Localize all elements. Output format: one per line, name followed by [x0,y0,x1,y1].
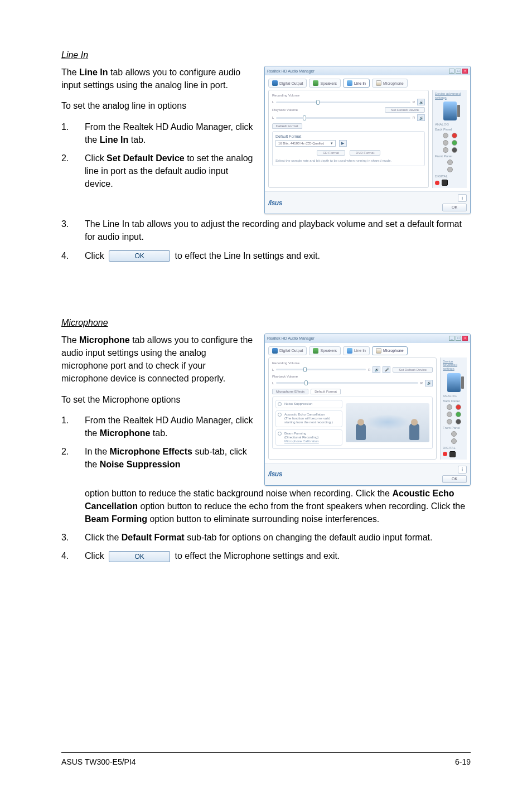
noise-suppression-option[interactable]: Noise Suppression [275,400,342,408]
tab-line-in[interactable]: Line In [343,346,370,355]
screenshot-ok-button[interactable]: OK [442,475,467,483]
port-icon[interactable] [456,404,461,410]
maximize-icon[interactable]: □ [456,336,461,341]
line-in-subhead: To set the analog line in options [61,99,254,112]
play-test-icon[interactable]: ▶ [339,140,347,147]
text: Click the [85,533,122,542]
port-icon[interactable] [447,404,452,410]
close-icon[interactable]: × [462,69,468,74]
spdif-port-icon[interactable] [449,451,456,457]
playback-volume-label: Playback Volume [272,108,298,112]
text: Click [85,551,107,561]
mute-playback-icon[interactable]: 🔊 [425,380,433,386]
analog-label: ANALOG [443,394,465,398]
format-combo[interactable]: 16 Bits, 44100 Hz (CD Quality)▾ [275,140,336,147]
recording-volume-label: Recording Volume [272,94,299,97]
recording-volume-row: Recording Volume [272,94,425,97]
text: The Line In tab allows you to adjust the… [85,219,462,241]
acoustic-echo-cancellation-option[interactable]: Acoustic Echo Cancellation (The function… [275,410,342,427]
tab-label: Microphone [383,349,404,352]
mute-recording-icon[interactable]: 🔊 [417,99,425,105]
port-icon[interactable] [452,147,457,153]
radio-icon [278,402,282,406]
ok-button[interactable]: OK [109,551,170,562]
cd-format-button[interactable]: CD Format [317,150,345,156]
ok-button[interactable]: OK [109,250,170,262]
option-sub: (Directional Recording) [284,436,340,439]
mute-playback-icon[interactable]: 🔊 [417,114,425,121]
text-bold: Line In [100,135,129,144]
asus-logo: /isus [268,470,282,478]
port-icon[interactable] [451,431,457,437]
device-tabs: Digital Output Speakers Line In Micropho… [268,79,467,88]
asus-logo: /isus [268,199,282,207]
text: sub-tab for options on changing the defa… [185,533,433,542]
info-icon[interactable]: i [458,466,467,474]
maximize-icon[interactable]: □ [456,69,461,74]
default-format-panel: Default Format 16 Bits, 44100 Hz (CD Qua… [272,131,425,166]
recording-volume-slider[interactable] [276,369,366,370]
text: option button to reduce the echo from th… [138,501,465,511]
dvd-format-button[interactable]: DVD Format [350,150,380,156]
tab-speakers[interactable]: Speakers [309,346,341,355]
mic-boost-icon[interactable]: 🎤 [383,366,390,373]
port-icon[interactable] [451,438,457,444]
port-icon[interactable] [443,133,448,138]
playback-volume-slider[interactable] [276,117,410,119]
tab-speakers[interactable]: Speakers [309,79,341,88]
speakers-icon [313,348,318,354]
port-icon[interactable] [452,140,457,146]
beam-forming-option[interactable]: Beam Forming (Directional Recording) Mic… [275,429,342,446]
mute-recording-icon[interactable]: 🔊 [373,366,380,373]
page-footer: ASUS TW300-E5/PI4 6-19 [61,752,471,766]
connector-panel: Device advanced settings ANALOG Back Pan… [432,90,467,188]
port-icon[interactable] [447,167,453,172]
screenshot-ok-button[interactable]: OK [442,204,467,211]
text: option button to eliminate surrounding n… [147,514,379,524]
minimize-icon[interactable]: _ [449,69,454,74]
set-default-device-button[interactable]: Set Default Device [385,107,425,113]
microphone-step-2-partial: 2. In the Microphone Effects sub-tab, cl… [61,445,254,471]
port-icon[interactable] [456,412,461,417]
microphone-calibration-link[interactable]: Microphone Calibration [284,439,340,443]
port-icon[interactable] [447,160,453,165]
port-icon[interactable] [443,147,448,153]
tab-digital-output[interactable]: Digital Output [268,79,307,88]
port-icon[interactable] [456,419,461,424]
minimize-icon[interactable]: _ [449,336,454,341]
subtab-default-format[interactable]: Default Format [272,123,302,129]
tab-microphone[interactable]: Microphone [372,79,408,88]
port-icon[interactable] [447,412,452,417]
close-icon[interactable]: × [462,336,468,341]
recording-volume-row: Recording Volume [272,361,433,365]
step-number: 4. [61,249,69,262]
window-titlebar: Realtek HD Audio Manager _□× [265,66,470,75]
subtab-default-format[interactable]: Default Format [311,389,341,394]
footer-page-number: 6-19 [455,757,471,766]
playback-volume-slider[interactable] [276,382,418,384]
port-icon[interactable] [443,140,448,146]
microphone-step-3: 3. Click the Default Format sub-tab for … [61,531,471,544]
line-in-icon [347,80,352,86]
info-icon[interactable]: i [458,194,467,202]
spdif-port-icon[interactable] [442,180,448,186]
port-icon[interactable] [447,419,452,424]
device-advanced-link[interactable]: Device advanced settings [443,360,465,371]
tab-label: Microphone [383,81,404,85]
window-title: Realtek HD Audio Manager [267,336,315,340]
port-icon[interactable] [452,133,457,138]
text: option button to reduce the static backg… [85,489,392,498]
tab-microphone[interactable]: Microphone [372,346,408,355]
recording-volume-slider[interactable] [276,102,410,103]
tab-digital-output[interactable]: Digital Output [268,346,307,355]
footer-model: ASUS TW300-E5/PI4 [61,757,136,766]
tab-label: Speakers [320,81,337,85]
tab-label: Line In [354,349,366,352]
option-note: (The function will become valid starting… [284,417,340,424]
device-advanced-link[interactable]: Device advanced settings [435,92,465,99]
subtab-microphone-effects[interactable]: Microphone Effects [272,389,308,394]
text-bold: Line In [79,67,108,77]
tab-line-in[interactable]: Line In [343,79,370,88]
text: The [61,335,79,345]
set-default-device-button[interactable]: Set Default Device [393,367,433,373]
